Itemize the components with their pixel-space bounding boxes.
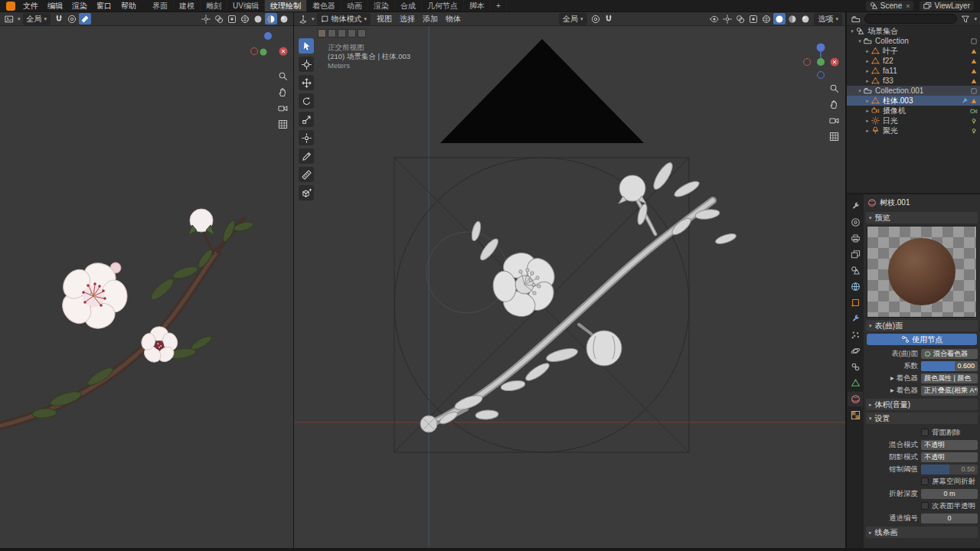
expand-icon[interactable]: ▾ xyxy=(848,28,856,34)
proportional-icon[interactable] xyxy=(590,13,602,24)
snap-magnet-icon[interactable] xyxy=(53,13,65,24)
properties-tab-viewlayer[interactable] xyxy=(848,247,863,262)
checkbox-icon[interactable] xyxy=(970,37,978,45)
xray-icon[interactable] xyxy=(226,13,238,24)
number-field[interactable]: 0 m xyxy=(921,489,978,499)
outliner-row[interactable]: ▾Collection.001 xyxy=(847,86,980,96)
viewport-canvas[interactable] xyxy=(294,26,845,548)
expand-icon[interactable]: ▾ xyxy=(856,38,864,44)
workspace-tab[interactable]: 渲染 xyxy=(368,0,395,11)
shading-material-icon[interactable] xyxy=(786,13,799,24)
transform-tool-button[interactable] xyxy=(299,130,314,145)
properties-tab-world[interactable] xyxy=(848,279,863,294)
texture-slot[interactable] xyxy=(328,29,336,37)
section-surface[interactable]: 表(曲)面 xyxy=(866,320,978,331)
dropdown[interactable]: 正片叠底(相乘 A*B xyxy=(921,386,978,396)
outliner-row[interactable]: ▸f22 xyxy=(847,56,980,66)
checkbox[interactable] xyxy=(921,478,929,485)
outliner-row[interactable]: ▸叶子 xyxy=(847,46,980,56)
properties-tab-tool[interactable] xyxy=(848,199,863,214)
snap-magnet-icon[interactable] xyxy=(603,13,615,24)
filter-icon[interactable] xyxy=(959,13,972,24)
slider[interactable]: 0.600 xyxy=(921,361,978,371)
texture-slot[interactable] xyxy=(318,29,326,37)
measure-tool-button[interactable] xyxy=(299,167,314,182)
expand-icon[interactable]: ▸ xyxy=(864,118,871,124)
gizmo-icon[interactable] xyxy=(200,13,212,24)
checkbox[interactable] xyxy=(921,429,929,436)
viewport-menu-item[interactable]: 视图 xyxy=(373,14,396,24)
orientation-dropdown[interactable]: 全局 ▾ xyxy=(23,13,51,25)
workspace-tab[interactable]: 建模 xyxy=(174,0,201,11)
gizmo-icon[interactable] xyxy=(721,13,733,24)
expand-icon[interactable]: ▸ xyxy=(864,128,871,134)
scale-tool-button[interactable] xyxy=(299,112,314,127)
topbar-menu-item[interactable]: 帮助 xyxy=(116,0,141,11)
xray-icon[interactable] xyxy=(747,13,760,24)
texture-slot[interactable] xyxy=(338,29,346,37)
use-nodes-button[interactable]: 使用节点 xyxy=(867,334,977,345)
section-preview[interactable]: 预览 xyxy=(866,212,978,223)
workspace-tab[interactable]: 几何节点 xyxy=(422,0,464,11)
mode-dropdown[interactable]: 物体模式 ▾ xyxy=(317,13,371,25)
properties-tab-texture[interactable] xyxy=(848,408,863,422)
outliner-row[interactable]: ▸fa11 xyxy=(847,66,980,76)
topbar-menu-item[interactable]: 文件 xyxy=(18,0,43,11)
dropdown[interactable]: 不透明 xyxy=(921,452,978,462)
expand-icon[interactable]: ▸ xyxy=(864,98,871,104)
shading-rendered-icon[interactable] xyxy=(799,13,812,24)
workspace-tab[interactable]: UV编辑 xyxy=(227,0,265,11)
workspace-tab[interactable]: 纹理绘制 xyxy=(265,0,307,11)
cursor-tool-button[interactable] xyxy=(299,57,314,72)
shading-wireframe-icon[interactable] xyxy=(760,13,773,24)
modifier-icon[interactable] xyxy=(961,97,969,105)
topbar-menu-item[interactable]: 窗口 xyxy=(92,0,116,11)
outliner-editor-icon[interactable] xyxy=(850,13,862,24)
shading-solid-icon[interactable] xyxy=(773,13,786,24)
annotate-tool-button[interactable] xyxy=(299,148,314,164)
outliner-row[interactable]: ▸日光 xyxy=(847,116,980,126)
light-data-icon[interactable] xyxy=(970,117,978,125)
section-lineart[interactable]: 线条画 xyxy=(866,527,978,538)
properties-tab-constraints[interactable] xyxy=(848,360,863,374)
options-dropdown[interactable]: 选项 ▾ xyxy=(814,13,842,25)
mesh-data-icon[interactable] xyxy=(970,57,978,65)
viewport-menu-item[interactable]: 添加 xyxy=(419,14,442,24)
properties-tab-object[interactable] xyxy=(848,295,863,310)
brush-icon[interactable] xyxy=(79,13,91,24)
outliner-row[interactable]: ▸f33 xyxy=(847,76,980,86)
dropdown[interactable]: 混合着色器 xyxy=(921,349,978,359)
properties-tab-output[interactable] xyxy=(848,231,863,246)
expand-icon[interactable]: ▸ xyxy=(864,58,871,64)
texture-slot[interactable] xyxy=(348,29,356,37)
expand-icon[interactable]: ▸ xyxy=(864,108,871,114)
topbar-menu-item[interactable]: 编辑 xyxy=(43,0,67,11)
outliner-row[interactable]: ▸聚光 xyxy=(847,126,980,135)
shading-rendered-icon[interactable] xyxy=(278,13,290,24)
shading-material-icon[interactable] xyxy=(265,13,277,24)
tweak-tool-button[interactable] xyxy=(299,38,314,54)
properties-tab-modifiers[interactable] xyxy=(848,311,863,326)
editor-type-icon[interactable] xyxy=(3,13,15,24)
outliner-row[interactable]: ▾场景集合 xyxy=(847,26,980,36)
unlink-scene-button[interactable]: × xyxy=(904,2,910,10)
scene-selector[interactable]: Scene × xyxy=(866,1,914,11)
outliner-row[interactable]: ▸摄像机 xyxy=(847,106,980,116)
section-settings[interactable]: 设置 xyxy=(866,412,978,424)
section-volume[interactable]: 体积(音量) xyxy=(866,399,978,410)
properties-tab-render[interactable] xyxy=(848,215,863,230)
camera-data-icon[interactable] xyxy=(970,107,978,115)
move-tool-button[interactable] xyxy=(299,75,314,90)
outliner-search-input[interactable] xyxy=(864,14,957,24)
workspace-tab[interactable]: 合成 xyxy=(395,0,422,11)
mesh-data-icon[interactable] xyxy=(970,77,978,85)
proportional-icon[interactable] xyxy=(66,13,78,24)
pan-icon[interactable] xyxy=(277,86,289,98)
mesh-data-icon[interactable] xyxy=(970,47,978,55)
viewport-menu-item[interactable]: 选择 xyxy=(396,14,419,24)
properties-tab-particles[interactable] xyxy=(848,328,863,342)
shading-wireframe-icon[interactable] xyxy=(239,13,251,24)
light-data-icon[interactable] xyxy=(970,127,978,135)
mesh-data-icon[interactable] xyxy=(970,67,978,75)
camera-icon[interactable] xyxy=(828,115,840,126)
